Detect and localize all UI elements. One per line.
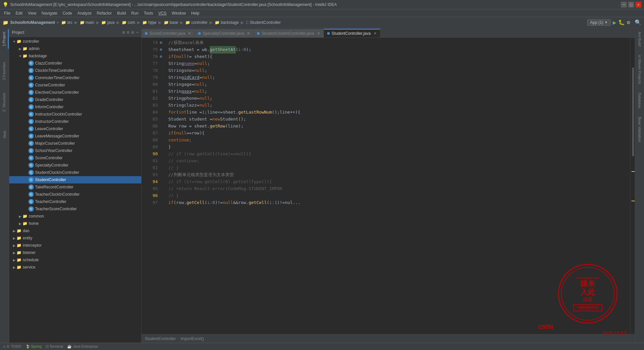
close-button[interactable]: ✕ — [635, 2, 641, 8]
tree-file-teacher-clock-in-controller[interactable]: C TeacherClockInController — [9, 191, 141, 198]
tree-file-teacher-controller[interactable]: C TeacherController — [9, 198, 141, 205]
sidebar-tab-web[interactable]: Web — [1, 128, 8, 141]
maximize-button[interactable]: □ — [628, 2, 634, 8]
menu-edit[interactable]: Edit — [13, 9, 25, 17]
tab-label: StudentController.java — [332, 31, 371, 36]
toolbar-sep9: ▶ — [241, 19, 244, 25]
tree-file-elective-course-controller[interactable]: C ElectiveCourseController — [9, 89, 141, 96]
toolbar-project-name[interactable]: SchoolInfoManagement — [10, 20, 55, 25]
tab-score-controller[interactable]: ScoreController.java ✕ — [142, 29, 195, 37]
tree-folder-backstage[interactable]: ▼ 📁 backstage — [9, 52, 141, 60]
tree-folder-listener[interactable]: ▶ 📁 listener — [9, 249, 141, 256]
tab-specialty-controller[interactable]: SpecialtyController.java ✕ — [195, 29, 254, 37]
code-line-74: //获取excel表单 — [166, 39, 630, 46]
tree-file-student-controller[interactable]: C StudentController — [9, 176, 141, 183]
project-header-icon1[interactable]: ⚙ — [122, 30, 125, 35]
tree-folder-dao[interactable]: ▶ 📁 dao — [9, 227, 141, 234]
status-terminal[interactable]: ⊡ Terminal — [46, 344, 63, 349]
menu-view[interactable]: View — [25, 9, 39, 17]
menu-analyze[interactable]: Analyze — [75, 9, 94, 17]
tree-folder-schedule[interactable]: ▶ 📁 schedule — [9, 256, 141, 264]
tree-file-grade-controller[interactable]: C GradeController — [9, 96, 141, 103]
right-tab-bean-validation[interactable]: Bean Validation — [636, 114, 643, 145]
project-header-icon2[interactable]: ≡ — [127, 30, 130, 35]
toolbar-project-icon: 📁 — [3, 20, 8, 25]
tree-folder-service[interactable]: ▶ 📁 service — [9, 264, 141, 271]
tree-file-leave-controller[interactable]: C LeaveController — [9, 125, 141, 132]
tree-folder-common[interactable]: ▶ 📁 common — [9, 213, 141, 220]
tree-file-teacher-score-controller[interactable]: C TeacherScoreController — [9, 205, 141, 213]
tree-item-label: MajorCourseController — [35, 141, 75, 146]
tree-folder-entity[interactable]: ▶ 📁 entity — [9, 234, 141, 242]
tab-close-icon[interactable]: ✕ — [188, 31, 191, 36]
tree-file-inform-controller[interactable]: C InformController — [9, 103, 141, 111]
tree-folder-controller[interactable]: ▼ 📁 controller — [9, 38, 141, 45]
menu-code[interactable]: Code — [60, 9, 75, 17]
tree-file-instructor-clock-controller[interactable]: C InstructorClockInController — [9, 111, 141, 118]
toolbar: 📁 SchoolInfoManagement ▶ 📁 src ▶ 📁 main … — [0, 17, 644, 28]
menu-build[interactable]: Build — [114, 9, 129, 17]
tree-folder-admin[interactable]: ▶ 📁 admin — [9, 45, 141, 52]
tab-student-controller[interactable]: StudentController.java ✕ — [324, 29, 380, 37]
tree-file-instructor-controller[interactable]: C InstructorController — [9, 118, 141, 125]
right-tab-maven[interactable]: m Maven Projects — [636, 52, 643, 87]
code-line-94: // if (1!=row.getCell(0).getCellType()){ — [166, 178, 630, 185]
right-side-panel: Ant Build m Maven Projects Database Bean… — [635, 28, 644, 343]
status-spring[interactable]: 🍃 Spring — [25, 344, 42, 349]
tree-file-student-clock-in-controller[interactable]: C StudentClockInController — [9, 169, 141, 176]
menu-vcs[interactable]: VCS — [156, 9, 169, 17]
tree-file-specialty-controller[interactable]: C SpecialtyController — [9, 162, 141, 169]
tree-file-take-record-controller[interactable]: C TakeRecordController — [9, 183, 141, 191]
java-file-icon: C — [28, 184, 34, 190]
menu-refactor[interactable]: Refactor — [94, 9, 114, 17]
tab-close-icon[interactable]: ✕ — [247, 31, 250, 36]
folder-icon: 📁 — [22, 221, 27, 226]
tab-close-icon[interactable]: ✕ — [317, 31, 320, 36]
project-header-icon4[interactable]: ─ — [136, 30, 139, 35]
run-config-label: App (1) — [590, 20, 603, 25]
java-file-icon: C — [28, 61, 34, 66]
minimize-button[interactable]: ─ — [621, 2, 627, 8]
tree-file-course-controller[interactable]: C CourseController — [9, 81, 141, 89]
tree-file-school-year-controller[interactable]: C SchoolYearController — [9, 147, 141, 154]
status-java-enterprise[interactable]: ☕ Java Enterprise — [67, 344, 98, 349]
breadcrumb-import-excel[interactable]: importExcel() — [181, 336, 204, 341]
breadcrumb-student-controller[interactable]: StudentController — [145, 336, 176, 341]
toolbar-run-config[interactable]: App (1) ▼ — [587, 19, 611, 26]
tree-file-major-course-controller[interactable]: C MajorCourseController — [9, 140, 141, 147]
project-header-icon3[interactable]: ⚙ — [131, 30, 134, 35]
folder-icon: 📁 — [22, 46, 27, 51]
tree-file-score-controller[interactable]: C ScoreController — [9, 154, 141, 162]
tree-file-clock-in-time-controller[interactable]: C ClockInTimeController — [9, 67, 141, 74]
right-tab-database[interactable]: Database — [636, 90, 643, 111]
tree-folder-interceptor[interactable]: ▶ 📁 interceptor — [9, 242, 141, 249]
menu-file[interactable]: File — [1, 9, 13, 17]
window-controls[interactable]: ─ □ ✕ — [621, 2, 641, 8]
sidebar-tab-structure[interactable]: Z: Structure — [1, 90, 9, 114]
menu-tools[interactable]: Tools — [141, 9, 156, 17]
code-line-81: String sex = null ; — [166, 88, 630, 95]
search-button[interactable]: 🔍 — [635, 19, 641, 25]
code-editor[interactable]: //获取excel表单 Sheet sheet = wb. getSheetAt… — [166, 38, 630, 334]
sidebar-tab-project[interactable]: 1:Project — [1, 29, 9, 49]
status-todo[interactable]: ⚠ 6: TODO — [3, 344, 21, 349]
editor-scrollbar[interactable] — [630, 38, 635, 334]
tree-file-leave-message-controller[interactable]: C LeaveMessageController — [9, 132, 141, 140]
tree-file-clazz-controller[interactable]: C ClazzController — [9, 60, 141, 67]
sidebar-tab-favorites[interactable]: 2:Favorites — [1, 59, 9, 82]
tab-close-icon[interactable]: ✕ — [373, 31, 377, 36]
toolbar-main: 📁 main — [80, 20, 94, 25]
menu-navigate[interactable]: Navigate — [39, 9, 60, 17]
debug-button[interactable]: 🐛 — [618, 19, 625, 25]
tree-file-commuter-time-controller[interactable]: C CommuterTimeController — [9, 74, 141, 81]
tab-student-clock-in-controller[interactable]: StudentClockInController.java ✕ — [254, 29, 323, 37]
menu-run[interactable]: Run — [129, 9, 141, 17]
tree-folder-home[interactable]: ▶ 📁 home — [9, 220, 141, 227]
run-button[interactable]: ▶ — [613, 19, 617, 26]
menu-help[interactable]: Help — [189, 9, 202, 17]
build-button[interactable]: ⚙ — [627, 19, 630, 25]
scrollbar-thumb[interactable] — [632, 68, 634, 157]
menu-window[interactable]: Window — [169, 9, 189, 17]
folder-icon: 📁 — [17, 265, 21, 270]
right-tab-ant-build[interactable]: Ant Build — [636, 29, 643, 49]
